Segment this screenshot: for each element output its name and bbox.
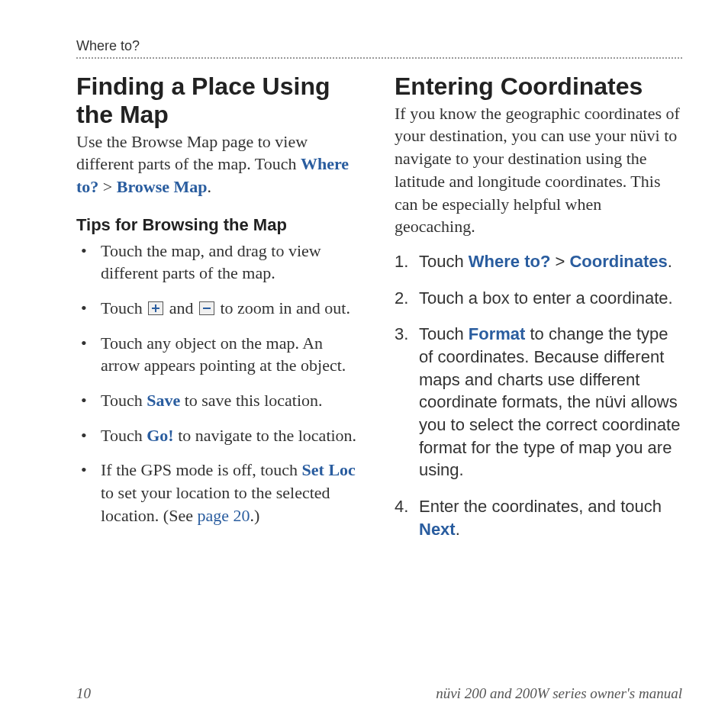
keyword-where-to: Where to? bbox=[469, 252, 551, 271]
tip-item: Touch and to zoom in and out. bbox=[76, 297, 364, 320]
page-number: 10 bbox=[76, 685, 91, 702]
text: Touch bbox=[101, 298, 147, 317]
subheading-tips: Tips for Browsing the Map bbox=[76, 215, 364, 235]
intro-paragraph: Use the Browse Map page to view differen… bbox=[76, 130, 364, 198]
keyword-coordinates: Coordinates bbox=[569, 252, 667, 271]
text: to save this location. bbox=[180, 391, 322, 410]
text: Touch a box to enter a coordinate. bbox=[419, 288, 673, 308]
right-column: Entering Coordinates If you know the geo… bbox=[395, 72, 682, 554]
text: . bbox=[456, 520, 460, 539]
running-header: Where to? bbox=[76, 38, 682, 59]
text: Touch the map, and drag to view differen… bbox=[101, 241, 321, 283]
manual-title: nüvi 200 and 200W series owner's manual bbox=[436, 685, 682, 702]
step-item: Touch a box to enter a coordinate. bbox=[395, 287, 682, 310]
text: .) bbox=[250, 506, 260, 525]
tip-item: Touch Go! to navigate to the location. bbox=[76, 424, 364, 447]
text: and bbox=[165, 298, 198, 317]
tip-item: Touch the map, and drag to view differen… bbox=[76, 240, 364, 285]
keyword-browse-map: Browse Map bbox=[117, 177, 208, 196]
page-link[interactable]: page 20 bbox=[197, 506, 250, 525]
step-item: Touch Format to change the type of coord… bbox=[395, 323, 682, 482]
tip-item: Touch Save to save this location. bbox=[76, 389, 364, 412]
text: . bbox=[208, 177, 212, 196]
intro-paragraph: If you know the geographic coordinates o… bbox=[395, 102, 682, 238]
tip-item: Touch any object on the map. An arrow ap… bbox=[76, 332, 364, 377]
text: > bbox=[98, 177, 116, 196]
text: Enter the coordinates, and touch bbox=[419, 497, 662, 516]
manual-page: Where to? Finding a Place Using the Map … bbox=[0, 0, 728, 728]
heading-finding-place: Finding a Place Using the Map bbox=[76, 72, 364, 129]
keyword-set-loc: Set Loc bbox=[302, 460, 356, 479]
keyword-save: Save bbox=[147, 391, 180, 410]
text: Touch bbox=[419, 324, 469, 343]
text: to change the type of coordinates. Becau… bbox=[419, 324, 680, 479]
step-item: Enter the coordinates, and touch Next. bbox=[395, 495, 682, 540]
text: to navigate to the location. bbox=[174, 426, 357, 445]
text: Use the Browse Map page to view differen… bbox=[76, 132, 308, 174]
section-label: Where to? bbox=[76, 38, 140, 53]
text: > bbox=[550, 252, 569, 271]
page-footer: 10 nüvi 200 and 200W series owner's manu… bbox=[76, 685, 682, 702]
keyword-go: Go! bbox=[147, 426, 173, 445]
tip-item: If the GPS mode is off, touch Set Loc to… bbox=[76, 459, 364, 527]
text: Touch any object on the map. An arrow ap… bbox=[101, 333, 346, 375]
tips-list: Touch the map, and drag to view differen… bbox=[76, 240, 364, 527]
left-column: Finding a Place Using the Map Use the Br… bbox=[76, 72, 364, 554]
content-columns: Finding a Place Using the Map Use the Br… bbox=[76, 72, 682, 554]
text: Touch bbox=[101, 391, 147, 410]
text: If the GPS mode is off, touch bbox=[101, 460, 302, 479]
heading-entering-coordinates: Entering Coordinates bbox=[395, 72, 682, 101]
text: Touch bbox=[101, 426, 147, 445]
keyword-next: Next bbox=[419, 520, 456, 539]
step-item: Touch Where to? > Coordinates. bbox=[395, 250, 682, 273]
keyword-format: Format bbox=[469, 324, 526, 343]
text: to zoom in and out. bbox=[216, 298, 350, 317]
text: Touch bbox=[419, 252, 469, 271]
text: . bbox=[668, 252, 672, 271]
steps-list: Touch Where to? > Coordinates. Touch a b… bbox=[395, 250, 682, 541]
minus-icon bbox=[199, 301, 214, 315]
plus-icon bbox=[148, 301, 163, 315]
